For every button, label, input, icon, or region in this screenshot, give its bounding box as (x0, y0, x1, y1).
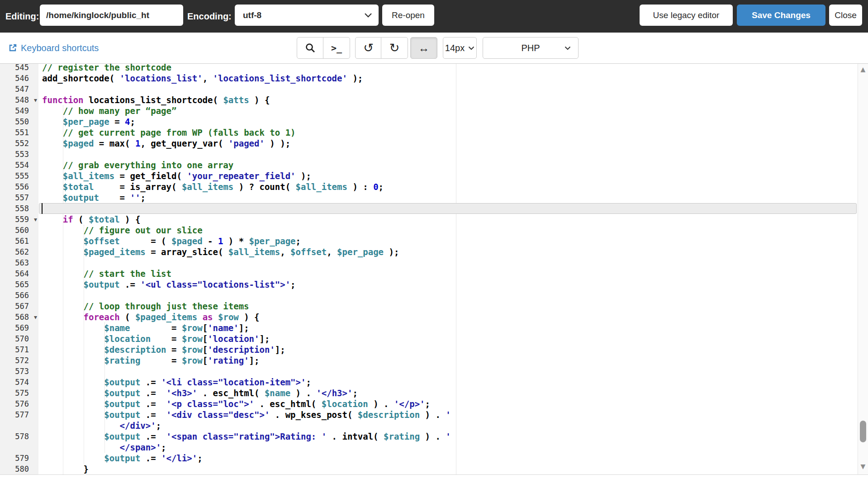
external-link-icon (8, 43, 17, 52)
save-changes-button[interactable]: Save Changes (737, 5, 825, 26)
vertical-scrollbar[interactable]: ▲ ▼ (858, 64, 868, 474)
line-number: 569 (0, 322, 38, 333)
chevron-down-icon (364, 13, 372, 18)
encoding-label: Encoding: (187, 0, 232, 33)
code-line: $output .= '</li>'; (42, 453, 203, 464)
chevron-down-icon (564, 46, 571, 50)
line-number: 574 (0, 377, 38, 388)
word-wrap-icon: ↔ (418, 42, 430, 55)
line-number: 545 (0, 64, 38, 73)
line-number: 557 (0, 192, 38, 203)
line-number: 554 (0, 160, 38, 171)
top-bar: Editing: Encoding: utf-8 Re-open Use leg… (0, 0, 868, 33)
undo-button[interactable]: ↺ (355, 37, 382, 59)
line-number: 556 (0, 181, 38, 192)
line-number: 579 (0, 453, 38, 464)
line-number: 563 (0, 257, 38, 268)
line-number: 553 (0, 149, 38, 160)
code-line: $offset = ( $paged - 1 ) * $per_page; (42, 236, 301, 246)
line-number: 564 (0, 268, 38, 279)
keyboard-shortcuts-link[interactable]: Keyboard shortcuts (8, 33, 99, 63)
code-line: $paged = max( 1, get_query_var( 'paged' … (42, 138, 290, 149)
line-number: 550 (0, 116, 38, 127)
scrollbar-up-icon[interactable]: ▲ (858, 66, 868, 73)
encoding-value: utf-8 (243, 10, 261, 20)
line-number: 547 (0, 84, 38, 95)
scrollbar-thumb[interactable] (860, 421, 866, 442)
line-number: 560 (0, 225, 38, 236)
line-number: 572 (0, 355, 38, 366)
code-line: // register the shortcode (42, 64, 171, 73)
file-editor-app: Editing: Encoding: utf-8 Re-open Use leg… (0, 0, 868, 488)
code-line: $output .= '<h3>' . esc_html( $name ) . … (42, 388, 358, 398)
code-line: $all_items = get_field( 'your_repeater_f… (42, 171, 311, 181)
code-lines: // register the shortcodeadd_shortcode( … (42, 64, 868, 474)
code-line: foreach ( $paged_items as $row ) { (42, 312, 260, 322)
line-number: 552 (0, 138, 38, 149)
code-line: $output .= '<span class="rating">Rating:… (42, 431, 451, 442)
line-number: 577 (0, 409, 38, 420)
word-wrap-toggle-button[interactable]: ↔ (410, 37, 437, 59)
undo-icon: ↺ (363, 41, 374, 55)
code-line: $output .= '<ul class="locations-list">'… (42, 279, 296, 290)
file-path-input[interactable] (40, 5, 183, 26)
editing-label: Editing: (5, 0, 39, 33)
code-line: // get current page from WP (falls back … (42, 127, 296, 138)
font-size-select[interactable]: 14px (443, 37, 477, 59)
line-number: 549 (0, 105, 38, 116)
terminal-icon: >_ (331, 43, 342, 53)
search-button[interactable] (297, 37, 324, 59)
line-number: 570 (0, 333, 38, 344)
line-number: 558 (0, 203, 38, 214)
fold-toggle-icon[interactable]: ▾ (34, 214, 37, 225)
code-line: $description = $row['description']; (42, 344, 285, 355)
line-number: 580 (0, 464, 38, 474)
syntax-mode-value: PHP (521, 43, 540, 53)
code-line: $output .= '<li class="location-item">'; (42, 377, 311, 388)
line-number: 562 (0, 246, 38, 257)
code-line: $rating = $row['rating']; (42, 355, 260, 366)
line-number: 578 (0, 431, 38, 442)
line-number: 546 (0, 73, 38, 84)
line-number: 561 (0, 236, 38, 246)
fold-toggle-icon[interactable]: ▾ (34, 312, 37, 322)
code-line: </span>'; (42, 442, 166, 453)
line-number: 568▾ (0, 312, 38, 322)
use-legacy-editor-button[interactable]: Use legacy editor (640, 5, 733, 26)
terminal-button[interactable]: >_ (323, 37, 350, 59)
line-number: 548▾ (0, 95, 38, 105)
code-line: // grab everything into one array (42, 160, 233, 171)
line-number: 571 (0, 344, 38, 355)
code-line: </div>'; (42, 420, 161, 431)
scrollbar-down-icon[interactable]: ▼ (858, 463, 868, 470)
redo-icon: ↻ (389, 41, 400, 55)
line-number: 573 (0, 366, 38, 377)
code-line: // start the list (42, 268, 171, 279)
fold-toggle-icon[interactable]: ▾ (34, 95, 37, 105)
code-line: // loop through just these items (42, 301, 249, 312)
redo-button[interactable]: ↻ (381, 37, 408, 59)
code-line: $total = is_array( $all_items ) ? count(… (42, 181, 384, 192)
code-line: add_shortcode( 'locations_list', 'locati… (42, 73, 363, 84)
code-line: $location = $row['location']; (42, 333, 270, 344)
code-line: $output .= '<p class="loc">' . esc_html(… (42, 398, 430, 409)
line-number: 559▾ (0, 214, 38, 225)
syntax-mode-select[interactable]: PHP (483, 37, 579, 59)
line-number: 575 (0, 388, 38, 398)
code-line: } (42, 464, 89, 474)
code-line: // figure out our slice (42, 225, 203, 236)
encoding-select[interactable]: utf-8 (235, 5, 379, 26)
keyboard-shortcuts-label: Keyboard shortcuts (21, 43, 99, 53)
code-line: $output = ''; (42, 192, 146, 203)
close-button[interactable]: Close (829, 5, 862, 26)
code-line: // how many per “page” (42, 105, 176, 116)
reopen-button[interactable]: Re-open (382, 5, 434, 26)
text-cursor (42, 203, 43, 214)
code-line: $name = $row['name']; (42, 322, 249, 333)
code-line: $paged_items = array_slice( $all_items, … (42, 246, 399, 257)
code-line: $per_page = 4; (42, 116, 135, 127)
code-editor[interactable]: 545546547548▾549550551552553554555556557… (0, 64, 868, 475)
chevron-down-icon (468, 46, 474, 50)
line-number: 576 (0, 398, 38, 409)
search-icon (305, 43, 316, 53)
